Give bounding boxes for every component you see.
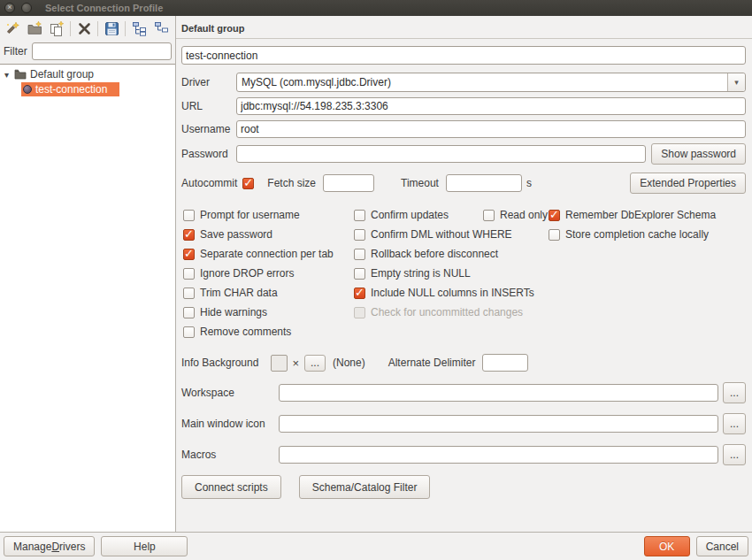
- checkbox-confirm-dml-without-where[interactable]: Confirm DML without WHERE: [354, 225, 483, 244]
- checkbox-save-password[interactable]: Save password: [183, 225, 354, 244]
- checkbox-unchecked-icon: [354, 210, 365, 221]
- checkbox-checked-icon: [354, 288, 365, 299]
- checkbox-label: Rollback before disconnect: [371, 248, 498, 260]
- checkbox-confirm-updates[interactable]: Confirm updates: [354, 205, 483, 225]
- timeout-unit-label: s: [526, 177, 532, 189]
- copy-profile-button[interactable]: [46, 19, 67, 40]
- checkbox-remove-comments[interactable]: Remove comments: [183, 322, 354, 341]
- toolbar-separator: [125, 21, 126, 36]
- info-background-browse-button[interactable]: ...: [304, 355, 326, 372]
- checkbox-label: Ignore DROP errors: [200, 267, 294, 280]
- new-profile-button[interactable]: [2, 19, 23, 40]
- workspace-input[interactable]: [279, 384, 718, 402]
- info-background-swatch[interactable]: [271, 355, 288, 372]
- checkbox-trim-char-data[interactable]: Trim CHAR data: [183, 283, 354, 303]
- extended-properties-button[interactable]: Extended Properties: [630, 173, 746, 194]
- checkbox-remember-dbexplorer-schema[interactable]: Remember DbExplorer Schema: [549, 205, 746, 225]
- driver-select[interactable]: MySQL (com.mysql.jdbc.Driver) ▾: [236, 73, 746, 92]
- alternate-delimiter-input[interactable]: [482, 354, 528, 372]
- close-button[interactable]: ×: [4, 3, 15, 13]
- checkbox-check-uncommitted-changes: Check for uncommitted changes: [354, 303, 483, 322]
- fetch-size-input[interactable]: [323, 174, 374, 192]
- checkbox-label: Trim CHAR data: [200, 287, 278, 299]
- filter-input[interactable]: [32, 42, 172, 60]
- macros-input[interactable]: [279, 446, 718, 464]
- group-header: Default group: [176, 16, 752, 39]
- checkbox-label: Remove comments: [200, 326, 291, 338]
- show-password-button[interactable]: Show password: [651, 143, 746, 165]
- dialog-body: Filter ▾ Default group test-connection: [0, 16, 752, 532]
- checkbox-autocommit[interactable]: [242, 178, 254, 189]
- connect-scripts-button[interactable]: Connect scripts: [181, 475, 281, 499]
- profile-toolbar: [0, 16, 175, 42]
- checkbox-checked-icon: [549, 210, 560, 221]
- checkbox-include-null-columns[interactable]: Include NULL columns in INSERTs: [354, 283, 483, 303]
- checkbox-separate-connection-per-tab[interactable]: Separate connection per tab: [183, 244, 354, 264]
- new-profile-icon: [4, 20, 21, 37]
- checkbox-prompt-for-username[interactable]: Prompt for username: [183, 205, 354, 225]
- checkbox-unchecked-icon: [354, 229, 365, 241]
- checkbox-unchecked-icon: [183, 307, 195, 318]
- checkbox-checked-icon: [183, 249, 195, 260]
- checkbox-empty-string-is-null[interactable]: Empty string is NULL: [354, 264, 483, 283]
- filter-row: Filter: [0, 42, 175, 64]
- checkbox-label: Hide warnings: [200, 306, 267, 318]
- folder-icon: [14, 69, 27, 80]
- checkbox-hide-warnings[interactable]: Hide warnings: [183, 303, 354, 322]
- cancel-button[interactable]: Cancel: [696, 536, 748, 556]
- workspace-browse-button[interactable]: ...: [723, 382, 746, 403]
- manage-drivers-mnemonic: D: [51, 541, 59, 553]
- info-background-value: (None): [333, 357, 365, 369]
- tree-item-label: test-connection: [35, 83, 107, 96]
- checkbox-disabled-icon: [354, 307, 365, 318]
- schema-catalog-filter-button[interactable]: Schema/Catalog Filter: [299, 475, 431, 499]
- expand-tree-button[interactable]: [128, 19, 150, 40]
- chevron-down-icon: ▾: [727, 73, 745, 91]
- url-input[interactable]: [236, 97, 746, 115]
- options-column-3: Read only: [483, 205, 549, 341]
- clear-color-icon[interactable]: ×: [292, 357, 299, 370]
- workspace-label: Workspace: [181, 387, 279, 399]
- checkbox-unchecked-icon: [483, 210, 495, 221]
- alternate-delimiter-label: Alternate Delimiter: [388, 357, 476, 369]
- manage-drivers-button[interactable]: Manage Drivers: [4, 536, 95, 556]
- macros-row: Macros ...: [181, 444, 746, 465]
- checkbox-unchecked-icon: [354, 249, 365, 260]
- tree-expander-icon[interactable]: ▾: [3, 70, 11, 80]
- checkbox-label: Read only: [500, 209, 548, 221]
- checkbox-label: Remember DbExplorer Schema: [565, 209, 716, 221]
- profile-icon: [23, 85, 32, 94]
- tree-group-default-group[interactable]: ▾ Default group: [0, 67, 175, 81]
- checkbox-unchecked-icon: [183, 288, 195, 299]
- tree-item-test-connection[interactable]: test-connection: [21, 82, 119, 96]
- fetch-size-label: Fetch size: [267, 177, 316, 189]
- minimize-button[interactable]: [21, 3, 32, 13]
- checkbox-read-only[interactable]: Read only: [483, 205, 549, 225]
- new-group-button[interactable]: [24, 19, 45, 40]
- checkbox-ignore-drop-errors[interactable]: Ignore DROP errors: [183, 264, 354, 283]
- username-input[interactable]: [236, 120, 746, 138]
- macros-browse-button[interactable]: ...: [723, 444, 746, 465]
- profile-editor: Default group Driver MySQL (com.mysql.jd…: [176, 16, 752, 532]
- collapse-tree-button[interactable]: [150, 19, 172, 40]
- main-window-icon-browse-button[interactable]: ...: [723, 413, 746, 434]
- save-profiles-button[interactable]: [101, 19, 122, 40]
- checkbox-store-completion-cache[interactable]: Store completion cache locally: [549, 225, 746, 244]
- timeout-input[interactable]: [446, 174, 522, 192]
- password-row: Password Show password: [181, 143, 746, 165]
- main-window-icon-input[interactable]: [279, 415, 718, 433]
- titlebar: × Select Connection Profile: [0, 0, 752, 16]
- username-label: Username: [181, 123, 236, 135]
- options-column-2: Confirm updates Confirm DML without WHER…: [354, 205, 483, 341]
- checkbox-rollback-before-disconnect[interactable]: Rollback before disconnect: [354, 244, 483, 264]
- checkbox-unchecked-icon: [354, 268, 365, 280]
- window-title: Select Connection Profile: [45, 3, 163, 13]
- password-input[interactable]: [236, 145, 646, 163]
- driver-value: MySQL (com.mysql.jdbc.Driver): [237, 76, 727, 88]
- ok-button[interactable]: OK: [644, 536, 690, 556]
- delete-profile-button[interactable]: [73, 19, 95, 40]
- manage-drivers-label-part: Manage: [13, 541, 51, 553]
- profile-name-input[interactable]: [181, 46, 746, 65]
- help-button[interactable]: Help: [101, 536, 188, 556]
- driver-row: Driver MySQL (com.mysql.jdbc.Driver) ▾: [181, 73, 746, 92]
